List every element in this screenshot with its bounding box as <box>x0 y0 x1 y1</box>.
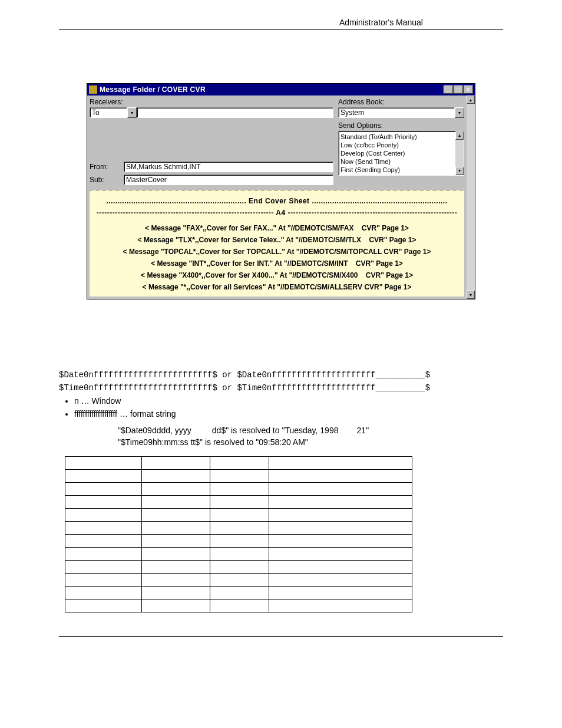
page-header: Administrator's Manual <box>59 18 503 30</box>
table-cell <box>65 548 142 561</box>
table-cell <box>269 561 412 574</box>
scroll-down-icon[interactable]: ▾ <box>467 291 475 299</box>
table-cell <box>269 535 412 548</box>
bullet-list: n … Window ffffffffffffffffffff … format… <box>74 396 503 419</box>
code-line: $Date0nffffffffffffffffffffffff$ or $Dat… <box>59 370 503 380</box>
maximize-button[interactable]: □ <box>454 85 463 94</box>
table-row <box>65 509 412 522</box>
send-options-label: Send Options: <box>338 121 464 130</box>
bullet-item: n … Window <box>74 396 503 406</box>
send-option-item[interactable]: First (Sending Copy) <box>340 166 462 174</box>
from-input[interactable]: SM,Markus Schmid,INT <box>124 162 333 172</box>
table-cell <box>210 548 269 561</box>
table-cell <box>142 496 210 509</box>
table-row <box>65 496 412 509</box>
table-row <box>65 470 412 483</box>
subject-input[interactable]: MasterCover <box>124 174 333 185</box>
scroll-up-icon[interactable]: ▴ <box>467 95 475 104</box>
table-cell <box>142 587 210 599</box>
code-line: $Time0nffffffffffffffffffffffff$ or $Tim… <box>59 383 503 393</box>
table-row <box>65 548 412 561</box>
sub-label: Sub: <box>90 176 120 184</box>
table-cell <box>210 561 269 574</box>
table-cell <box>269 548 412 561</box>
title-bar: Message Folder / COVER CVR _ □ × <box>87 84 475 95</box>
window-vertical-scrollbar[interactable]: ▴ ▾ <box>467 95 475 299</box>
receivers-label: Receivers: <box>90 98 333 106</box>
examples: "$Date09dddd, yyyy dd$" is resolved to "… <box>118 424 503 448</box>
address-book-dropdown[interactable]: System ▾ <box>338 107 464 118</box>
table-cell <box>65 496 142 509</box>
table-row <box>65 587 412 599</box>
table-cell <box>269 522 412 535</box>
send-options-list[interactable]: Standard (To/Auth Priority) Low (cc/bcc … <box>338 131 464 176</box>
table-cell <box>210 496 269 509</box>
send-option-item[interactable]: Low (cc/bcc Priority) <box>340 141 462 149</box>
table-cell <box>142 561 210 574</box>
table-cell <box>142 574 210 587</box>
table-cell <box>210 470 269 483</box>
table-cell <box>210 535 269 548</box>
table-cell <box>210 587 269 599</box>
table-row <box>65 522 412 535</box>
table-cell <box>210 599 269 612</box>
send-option-item[interactable]: Standard (To/Auth Priority) <box>340 133 462 141</box>
message-line: < Message "*,,Cover for all Services" At… <box>92 281 462 293</box>
table-cell <box>65 457 142 470</box>
table-cell <box>65 535 142 548</box>
message-line: < Message "FAX*,,Cover for Ser FAX..." A… <box>92 222 462 234</box>
message-line: < Message "INT*,,Cover for Ser INT." At … <box>92 258 462 269</box>
table-row <box>65 457 412 470</box>
message-line: < Message "TLX*,,Cover for Service Telex… <box>92 234 462 246</box>
list-scrollbar[interactable]: ▴ ▾ <box>455 131 464 175</box>
from-label: From: <box>90 163 120 171</box>
send-option-item[interactable]: Now (Send Time) <box>340 157 462 166</box>
table-cell <box>65 483 142 496</box>
table-cell <box>65 470 142 483</box>
cover-sheet-area: ........................................… <box>90 190 464 297</box>
message-folder-window: Message Folder / COVER CVR _ □ × ▴ ▾ Rec… <box>87 83 475 299</box>
table-cell <box>210 483 269 496</box>
table-cell <box>210 522 269 535</box>
table-row <box>65 574 412 587</box>
address-book-value: System <box>338 107 455 118</box>
table-cell <box>142 470 210 483</box>
table-cell <box>65 599 142 612</box>
receiver-input[interactable] <box>137 107 333 118</box>
table-cell <box>269 574 412 587</box>
minimize-button[interactable]: _ <box>444 85 453 94</box>
window-title: Message Folder / COVER CVR <box>100 85 444 94</box>
header-title: Administrator's Manual <box>259 18 503 27</box>
table-cell <box>65 574 142 587</box>
table-cell <box>65 587 142 599</box>
table-cell <box>142 522 210 535</box>
table-cell <box>142 509 210 522</box>
scroll-up-icon[interactable]: ▴ <box>455 131 464 140</box>
send-option-item[interactable]: Develop (Cost Center) <box>340 149 462 157</box>
message-line: < Message "TOPCAL*,,Cover for Ser TOPCAL… <box>92 246 462 258</box>
table-cell <box>65 522 142 535</box>
app-icon <box>89 85 97 94</box>
table-row <box>65 561 412 574</box>
table-cell <box>142 599 210 612</box>
chevron-down-icon[interactable]: ▾ <box>127 107 137 118</box>
table-cell <box>269 599 412 612</box>
to-dropdown-value: To <box>90 107 127 118</box>
scroll-down-icon[interactable]: ▾ <box>455 167 464 175</box>
chevron-down-icon[interactable]: ▾ <box>455 107 464 118</box>
table-row <box>65 599 412 612</box>
message-lines: < Message "FAX*,,Cover for Ser FAX..." A… <box>92 222 462 293</box>
close-button[interactable]: × <box>464 85 473 94</box>
to-dropdown[interactable]: To ▾ <box>90 107 137 118</box>
table-cell <box>269 496 412 509</box>
end-cover-heading: ........................................… <box>92 195 462 207</box>
table-cell <box>269 470 412 483</box>
table-cell <box>269 509 412 522</box>
table-cell <box>269 483 412 496</box>
table-cell <box>269 457 412 470</box>
message-line: < Message "X400*,,Cover for Ser X400..."… <box>92 269 462 281</box>
table-cell <box>142 548 210 561</box>
table-cell <box>142 483 210 496</box>
table-cell <box>142 457 210 470</box>
table-cell <box>210 457 269 470</box>
